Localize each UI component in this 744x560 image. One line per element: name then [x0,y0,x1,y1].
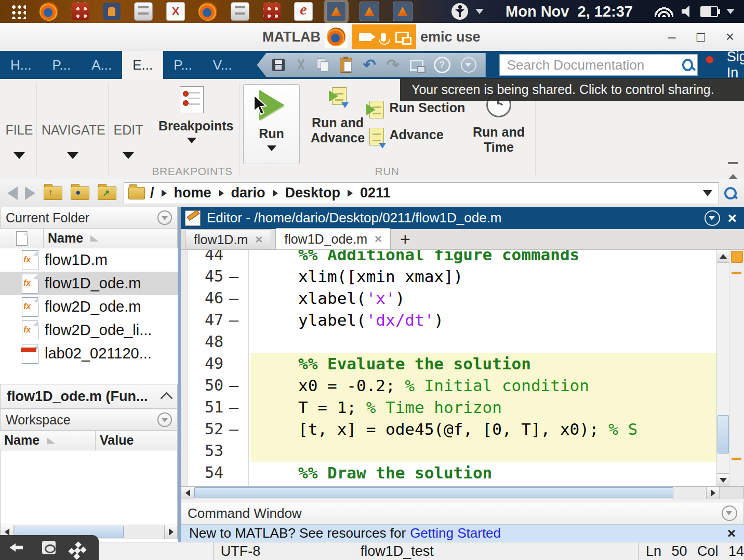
new-tab-button[interactable]: + [391,229,420,249]
path-dropdown-icon[interactable] [703,190,712,196]
red-tiles-icon[interactable] [72,3,89,20]
code-line-highlighted[interactable]: 53 [181,440,717,462]
line-number[interactable]: 49 [187,353,223,375]
scrollbar-thumb[interactable] [194,487,673,498]
code-line[interactable]: 48 [181,331,717,353]
scroll-left-button[interactable] [181,487,194,499]
code-line[interactable]: 46–xlabel('x') [181,287,717,309]
file-details-bar[interactable]: flow1D_ode.m (Fun... [0,384,178,409]
command-window-menu-icon[interactable] [722,505,737,521]
line-number[interactable]: 47 [187,309,223,331]
warning-marker[interactable] [732,272,741,274]
x-doc-icon[interactable] [166,2,185,21]
name-column-header[interactable]: Name [44,229,178,248]
tab-editor[interactable]: E... [122,51,163,79]
line-number[interactable]: 52 [187,418,223,440]
run-and-time-button[interactable]: Run and Time [468,92,530,155]
tab-close-icon[interactable]: × [255,232,262,247]
type-column-header[interactable] [0,229,44,248]
save-icon[interactable] [272,59,285,71]
getting-started-link[interactable]: Getting Started [410,525,501,541]
volume-icon[interactable] [682,5,692,18]
message-indicator-bar[interactable] [729,250,744,486]
firefox-icon[interactable] [198,2,217,21]
scroll-right-button[interactable] [164,525,177,539]
editor-menu-icon[interactable] [705,210,720,226]
battery-icon[interactable] [700,6,718,17]
line-number[interactable]: 54 [187,462,223,484]
e-doc-icon[interactable] [294,2,313,21]
code-line-highlighted[interactable]: 50–x0 = -0.2; % Initial condition [181,375,717,396]
workspace-menu-icon[interactable] [157,412,172,427]
file-row[interactable]: flow2D_ode_li... [0,318,178,342]
collapse-details-icon[interactable] [160,392,172,404]
search-icon[interactable] [682,59,693,71]
file-drawer-icon[interactable] [134,2,153,21]
scroll-down-button[interactable] [717,473,729,486]
back-icon[interactable] [7,186,18,200]
matlab-active-icon[interactable] [326,2,346,21]
editor-tab-flow1D[interactable]: flow1D.m × [185,229,271,249]
folder-search-icon[interactable] [724,187,737,199]
code-line-highlighted[interactable]: 49%% Evaluate the solution [181,353,717,375]
run-button[interactable]: Run [243,84,300,164]
minimize-button[interactable]: – [665,29,679,45]
dropbox-icon[interactable] [75,541,89,554]
breadcrumb-home[interactable]: home [169,185,217,201]
gnome-app-icon[interactable] [103,3,121,20]
code-editor[interactable]: 44%% Additional figure commands 45–xlim(… [181,250,744,486]
line-number[interactable]: 45 [187,265,223,287]
code-line[interactable]: 44%% Additional figure commands [181,250,717,265]
current-folder-menu-icon[interactable] [157,210,172,225]
editor-vertical-scrollbar[interactable] [716,250,729,486]
banner-close-icon[interactable]: × [727,525,736,542]
scroll-up-button[interactable] [717,250,729,263]
search-input[interactable] [506,57,682,74]
code-line[interactable]: 54%% Draw the solution [181,462,717,484]
code-line[interactable]: 45–xlim([xmin xmax]) [181,265,717,287]
workspace-empty-area[interactable] [0,450,178,525]
file-row[interactable]: flow2D_ode.m [0,295,178,318]
clock[interactable]: Mon Nov 2, 12:37 [506,3,633,20]
new-window-icon[interactable] [410,60,423,71]
back-arrow-icon[interactable] [9,543,23,552]
tab-home[interactable]: H... [0,51,42,79]
workspace-value-column[interactable]: Value [96,431,178,450]
wifi-icon[interactable] [655,6,673,17]
caret-icon[interactable] [726,9,735,14]
scroll-right-button[interactable] [706,487,719,499]
line-number[interactable]: 50 [187,375,223,396]
edit-menu-button[interactable]: EDIT [111,123,145,159]
matlab-icon[interactable] [393,2,413,21]
tab-view[interactable]: V... [203,51,243,79]
line-number[interactable]: 53 [187,440,223,462]
apps-grid-icon[interactable] [10,4,26,19]
file-menu-button[interactable]: FILE [3,123,35,159]
file-drawer-icon[interactable] [231,2,249,21]
accessibility-icon[interactable] [451,3,468,20]
tab-close-icon[interactable]: × [375,232,382,246]
copy-icon[interactable] [317,58,329,72]
up-folder-icon[interactable]: ↑ [44,186,62,200]
nvidia-icon[interactable] [42,541,56,554]
screen-share-icon[interactable] [395,32,409,43]
red-tiles-icon[interactable] [263,3,281,20]
collapse-ribbon-button[interactable] [726,162,740,175]
undo-icon[interactable]: ↶ [363,58,376,72]
warning-marker[interactable] [732,458,741,460]
sign-in-link[interactable]: Sign In [727,49,744,81]
close-button[interactable]: × [723,29,737,45]
file-row-selected[interactable]: flow1D_ode.m [0,272,178,295]
code-line[interactable]: 47–ylabel('dx/dt') [181,309,717,331]
line-number[interactable]: 44 [187,250,223,265]
redo-icon[interactable]: ↷ [387,58,400,72]
path-breadcrumb[interactable]: / home dario Desktop 0211 [124,182,719,204]
breadcrumb-0211[interactable]: 0211 [355,185,396,201]
qat-dropdown-icon[interactable] [461,57,476,73]
tab-apps[interactable]: A... [81,51,122,79]
firefox-icon[interactable] [39,2,58,21]
breadcrumb-desktop[interactable]: Desktop [280,185,346,201]
tab-publish[interactable]: P... [163,51,203,79]
caret-icon[interactable] [475,9,484,14]
breadcrumb-root[interactable]: / [145,185,160,201]
